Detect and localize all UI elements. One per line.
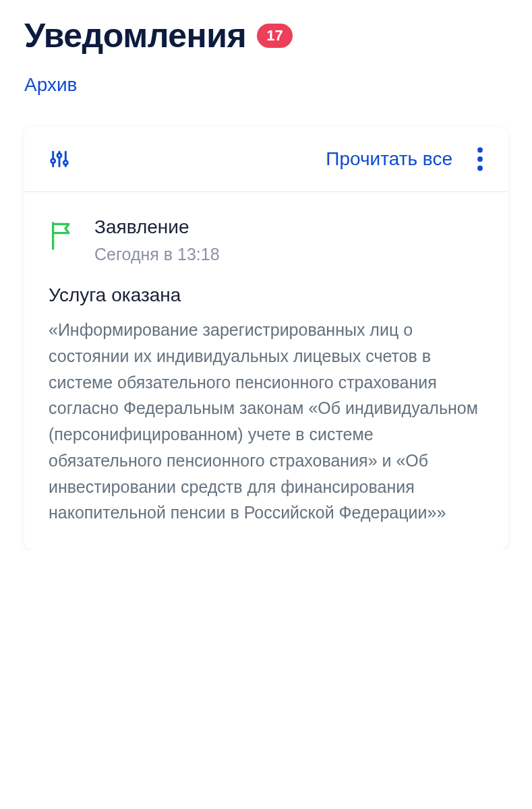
notifications-card: Прочитать все Заявление Сегодня в 13:18 … [24, 127, 508, 550]
svg-point-8 [477, 166, 483, 171]
notification-header: Заявление Сегодня в 13:18 [49, 216, 483, 264]
notification-type: Заявление [94, 216, 220, 238]
page-title: Уведомления [24, 16, 246, 55]
filter-icon[interactable] [49, 148, 70, 170]
page-header: Уведомления 17 Архив [0, 0, 532, 108]
notification-meta: Заявление Сегодня в 13:18 [94, 216, 220, 264]
card-toolbar: Прочитать все [24, 127, 508, 192]
title-row: Уведомления 17 [24, 16, 508, 55]
notification-item[interactable]: Заявление Сегодня в 13:18 Услуга оказана… [24, 192, 508, 550]
notification-body: «Информирование зарегистрированных лиц о… [49, 317, 483, 526]
svg-point-6 [477, 148, 483, 153]
read-all-button[interactable]: Прочитать все [326, 148, 452, 170]
archive-link[interactable]: Архив [24, 74, 508, 96]
more-icon[interactable] [477, 147, 483, 171]
svg-point-4 [57, 154, 61, 158]
notification-time: Сегодня в 13:18 [94, 245, 220, 264]
svg-point-5 [63, 160, 67, 164]
flag-icon [49, 220, 76, 253]
notification-status: Услуга оказана [49, 284, 483, 306]
notification-count-badge: 17 [257, 24, 292, 48]
svg-point-7 [477, 156, 483, 162]
svg-point-3 [51, 159, 55, 163]
